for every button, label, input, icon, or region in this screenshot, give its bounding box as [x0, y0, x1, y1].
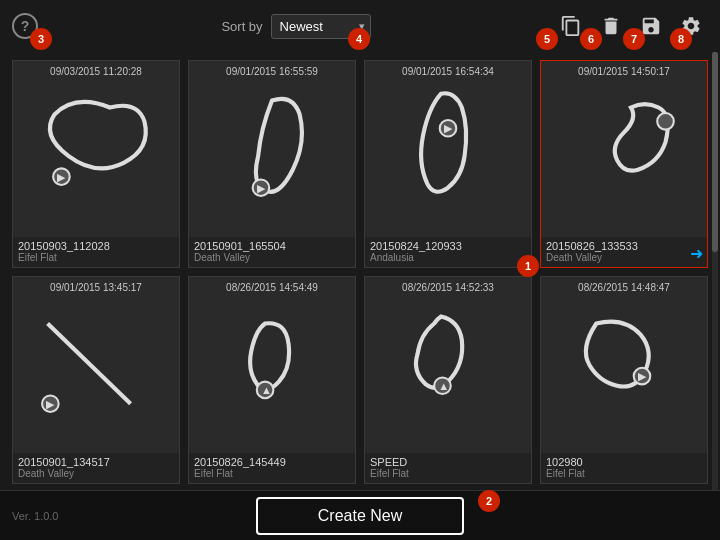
track-timestamp: 08/26/2015 14:52:33 [365, 282, 531, 293]
track-shape: ▶ [189, 61, 355, 237]
badge-6: 6 [580, 28, 602, 50]
track-card[interactable]: 09/03/2015 11:20:28 ▶ 20150903_112028 Ei… [12, 60, 180, 268]
track-card[interactable]: 08/26/2015 14:48:47 ▶ 102980 Eifel Flat [540, 276, 708, 484]
track-location: Eifel Flat [18, 252, 174, 263]
svg-text:▶: ▶ [444, 122, 453, 134]
badge-3: 3 [30, 28, 52, 50]
track-timestamp: 09/03/2015 11:20:28 [13, 66, 179, 77]
badge-2: 2 [478, 490, 500, 512]
track-location: Death Valley [546, 252, 702, 263]
track-card[interactable]: 09/01/2015 13:45:17 ▶ 20150901_134517 De… [12, 276, 180, 484]
copy-icon [560, 15, 582, 37]
track-info: 20150901_134517 Death Valley [13, 453, 179, 483]
track-thumbnail: 08/26/2015 14:52:33 ▲ [365, 277, 531, 453]
svg-line-7 [48, 324, 131, 404]
track-info: 20150826_145449 Eifel Flat [189, 453, 355, 483]
badge-7: 7 [623, 28, 645, 50]
svg-text:▶: ▶ [638, 370, 647, 382]
track-thumbnail: 08/26/2015 14:48:47 ▶ [541, 277, 707, 453]
track-info: 20150826_133533 Death Valley ➜ [541, 237, 707, 267]
scrollbar[interactable] [712, 52, 718, 492]
track-location: Death Valley [194, 252, 350, 263]
track-card[interactable]: 08/26/2015 14:54:49 ▲ 20150826_145449 Ei… [188, 276, 356, 484]
track-location: Death Valley [18, 468, 174, 479]
track-timestamp: 09/01/2015 14:50:17 [541, 66, 707, 77]
track-name: 102980 [546, 456, 702, 468]
track-shape: ▶ [13, 61, 179, 237]
track-info: 102980 Eifel Flat [541, 453, 707, 483]
track-shape: ▶ [13, 277, 179, 453]
track-timestamp: 08/26/2015 14:48:47 [541, 282, 707, 293]
track-card[interactable]: 08/26/2015 14:52:33 ▲ SPEED Eifel Flat [364, 276, 532, 484]
track-grid: 09/03/2015 11:20:28 ▶ 20150903_112028 Ei… [0, 52, 720, 492]
badge-5: 5 [536, 28, 558, 50]
track-location: Eifel Flat [194, 468, 350, 479]
track-card[interactable]: 09/01/2015 14:50:17 20150826_133533 Deat… [540, 60, 708, 268]
track-timestamp: 09/01/2015 13:45:17 [13, 282, 179, 293]
track-timestamp: 09/01/2015 16:54:34 [365, 66, 531, 77]
track-name: 20150901_165504 [194, 240, 350, 252]
svg-point-6 [657, 113, 674, 130]
track-name: 20150824_120933 [370, 240, 526, 252]
track-shape: ▶ [365, 61, 531, 237]
track-shape: ▲ [365, 277, 531, 453]
track-name: 20150903_112028 [18, 240, 174, 252]
track-thumbnail: 09/01/2015 16:54:34 ▶ [365, 61, 531, 237]
create-new-button[interactable]: Create New [256, 497, 464, 535]
track-name: SPEED [370, 456, 526, 468]
track-timestamp: 08/26/2015 14:54:49 [189, 282, 355, 293]
track-info: 20150903_112028 Eifel Flat [13, 237, 179, 267]
track-name: 20150826_133533 [546, 240, 702, 252]
delete-icon [600, 15, 622, 37]
badge-8: 8 [670, 28, 692, 50]
track-card[interactable]: 09/01/2015 16:54:34 ▶ 20150824_120933 An… [364, 60, 532, 268]
svg-text:▲: ▲ [438, 380, 449, 392]
track-info: SPEED Eifel Flat [365, 453, 531, 483]
track-info: 20150901_165504 Death Valley [189, 237, 355, 267]
track-info: 20150824_120933 Andalusia [365, 237, 531, 267]
svg-text:▲: ▲ [261, 384, 272, 396]
svg-text:▶: ▶ [46, 398, 55, 410]
badge-4: 4 [348, 28, 370, 50]
track-shape: ▲ [189, 277, 355, 453]
track-thumbnail: 09/01/2015 14:50:17 [541, 61, 707, 237]
track-location: Andalusia [370, 252, 526, 263]
track-location: Eifel Flat [370, 468, 526, 479]
track-timestamp: 09/01/2015 16:55:59 [189, 66, 355, 77]
track-location: Eifel Flat [546, 468, 702, 479]
track-thumbnail: 09/01/2015 13:45:17 ▶ [13, 277, 179, 453]
svg-text:▶: ▶ [57, 171, 66, 183]
svg-text:▶: ▶ [257, 182, 266, 194]
version-label: Ver. 1.0.0 [12, 510, 58, 522]
footer: Ver. 1.0.0 Create New 2 [0, 490, 720, 540]
track-thumbnail: 09/01/2015 16:55:59 ▶ [189, 61, 355, 237]
sort-label: Sort by [221, 19, 262, 34]
track-card[interactable]: 09/01/2015 16:55:59 ▶ 20150901_165504 De… [188, 60, 356, 268]
track-shape [541, 61, 707, 237]
track-thumbnail: 09/03/2015 11:20:28 ▶ [13, 61, 179, 237]
scrollbar-thumb [712, 52, 718, 252]
badge-1: 1 [517, 255, 539, 277]
track-thumbnail: 08/26/2015 14:54:49 ▲ [189, 277, 355, 453]
track-name: 20150826_145449 [194, 456, 350, 468]
track-shape: ▶ [541, 277, 707, 453]
export-icon: ➜ [690, 244, 703, 263]
track-name: 20150901_134517 [18, 456, 174, 468]
